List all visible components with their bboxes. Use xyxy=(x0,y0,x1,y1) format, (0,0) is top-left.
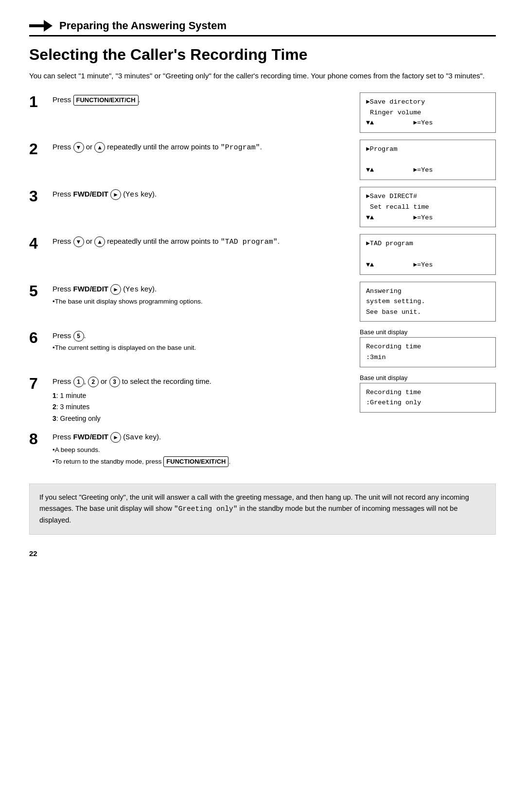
step-6: 6 Press 5. •The current setting is displ… xyxy=(29,328,496,369)
step-2: 2 Press ▼ or ▲ repeatedly until the arro… xyxy=(29,140,496,182)
step-1-content: Press FUNCTION/EXIT/CH. xyxy=(52,92,360,106)
down-key: ▼ xyxy=(73,142,84,153)
step-5-number: 5 xyxy=(29,282,52,300)
up-key-4: ▲ xyxy=(94,236,105,247)
key-1: 1 xyxy=(73,377,84,387)
step-3-number: 3 xyxy=(29,187,52,205)
step-5-display: Answering system setting. See base unit. xyxy=(360,282,496,324)
fwd-edit-key-8: ► xyxy=(110,432,121,443)
step-2-display: ►Program ▼▲ ►=Yes xyxy=(360,140,496,182)
arrow-icon xyxy=(29,20,52,32)
step-4-display: ►TAD program ▼▲ ►=Yes xyxy=(360,234,496,276)
step-8-content: Press FWD/EDIT ► (Save key). •A beep sou… xyxy=(52,430,360,467)
header-rule xyxy=(29,35,496,36)
step-7: 7 Press 1, 2 or 3 to select the recordin… xyxy=(29,374,496,425)
step-3-display: ►Save DIRECT# Set recall time ▼▲ ►=Yes xyxy=(360,187,496,229)
step-4-number: 4 xyxy=(29,234,52,252)
step-2-text: Press ▼ or ▲ repeatedly until the arrow … xyxy=(52,142,350,154)
step-7-content: Press 1, 2 or 3 to select the recording … xyxy=(52,374,360,425)
note-box: If you select "Greeting only", the unit … xyxy=(29,484,496,535)
step-2-number: 2 xyxy=(29,140,52,158)
page-number: 22 xyxy=(29,549,496,558)
down-key-4: ▼ xyxy=(73,236,84,247)
step-3-content: Press FWD/EDIT ► (Yes key). xyxy=(52,187,360,201)
step-5-content: Press FWD/EDIT ► (Yes key). •The base un… xyxy=(52,282,360,307)
step-2-content: Press ▼ or ▲ repeatedly until the arrow … xyxy=(52,140,360,154)
step-8: 8 Press FWD/EDIT ► (Save key). •A beep s… xyxy=(29,430,496,467)
note-text: If you select "Greeting only", the unit … xyxy=(39,493,469,524)
step-2-display-box: ►Program ▼▲ ►=Yes xyxy=(360,140,496,180)
fwd-edit-key-5: ► xyxy=(110,284,121,295)
function-exit-ch-key-8: FUNCTION/EXIT/CH xyxy=(163,456,228,467)
function-exit-ch-key: FUNCTION/EXIT/CH xyxy=(73,95,139,106)
step-5-display-box: Answering system setting. See base unit. xyxy=(360,282,496,322)
key-2: 2 xyxy=(88,377,99,387)
step-6-number: 6 xyxy=(29,328,52,346)
step-3: 3 Press FWD/EDIT ► (Yes key). ►Save DIRE… xyxy=(29,187,496,229)
step-1-text: Press FUNCTION/EXIT/CH. xyxy=(52,94,350,106)
step-1-display-box: ►Save directory Ringer volume ▼▲ ►=Yes xyxy=(360,92,496,133)
step-7-list-item-2: 2: 3 minutes xyxy=(52,401,350,413)
step-7-list: 1: 1 minute 2: 3 minutes 3: Greeting onl… xyxy=(52,390,350,425)
step-4-display-box: ►TAD program ▼▲ ►=Yes xyxy=(360,234,496,274)
step-8-text: Press FWD/EDIT ► (Save key). xyxy=(52,432,350,444)
page-title: Selecting the Caller's Recording Time xyxy=(29,45,496,64)
step-7-display-label: Base unit display xyxy=(360,374,496,381)
step-7-list-item-3: 3: Greeting only xyxy=(52,413,350,425)
up-key: ▲ xyxy=(94,142,105,153)
step-5-subtext: •The base unit display shows programming… xyxy=(52,297,350,307)
step-8-number: 8 xyxy=(29,430,52,448)
step-1: 1 Press FUNCTION/EXIT/CH. ►Save director… xyxy=(29,92,496,135)
step-6-display: Base unit display Recording time :3min xyxy=(360,328,496,369)
header-title: Preparing the Answering System xyxy=(59,19,227,32)
step-7-display: Base unit display Recording time :Greeti… xyxy=(360,374,496,415)
step-3-text: Press FWD/EDIT ► (Yes key). xyxy=(52,189,350,201)
step-1-display: ►Save directory Ringer volume ▼▲ ►=Yes xyxy=(360,92,496,135)
step-5: 5 Press FWD/EDIT ► (Yes key). •The base … xyxy=(29,282,496,324)
step-5-text: Press FWD/EDIT ► (Yes key). xyxy=(52,284,350,296)
step-7-list-item-1: 1: 1 minute xyxy=(52,390,350,402)
step-7-text: Press 1, 2 or 3 to select the recording … xyxy=(52,376,350,387)
step-1-number: 1 xyxy=(29,92,52,110)
step-7-number: 7 xyxy=(29,374,52,392)
step-4-content: Press ▼ or ▲ repeatedly until the arrow … xyxy=(52,234,360,248)
fwd-edit-key-3: ► xyxy=(110,189,121,200)
step-7-display-box: Recording time :Greeting only xyxy=(360,383,496,413)
step-8-subtext1: •A beep sounds. xyxy=(52,445,350,455)
steps-container: 1 Press FUNCTION/EXIT/CH. ►Save director… xyxy=(29,92,496,472)
intro-text: You can select "1 minute", "3 minutes" o… xyxy=(29,71,496,82)
header-section: Preparing the Answering System xyxy=(29,19,496,32)
step-6-subtext: •The current setting is displayed on the… xyxy=(52,343,350,353)
step-4: 4 Press ▼ or ▲ repeatedly until the arro… xyxy=(29,234,496,276)
key-5: 5 xyxy=(73,331,84,342)
step-4-text: Press ▼ or ▲ repeatedly until the arrow … xyxy=(52,236,350,248)
step-6-display-box: Recording time :3min xyxy=(360,337,496,367)
step-8-subtext2: •To return to the standby mode, press FU… xyxy=(52,456,350,467)
step-3-display-box: ►Save DIRECT# Set recall time ▼▲ ►=Yes xyxy=(360,187,496,227)
key-3: 3 xyxy=(109,377,120,387)
step-6-content: Press 5. •The current setting is display… xyxy=(52,328,360,353)
step-6-text: Press 5. xyxy=(52,330,350,342)
step-6-display-label: Base unit display xyxy=(360,328,496,336)
svg-marker-1 xyxy=(44,20,52,32)
